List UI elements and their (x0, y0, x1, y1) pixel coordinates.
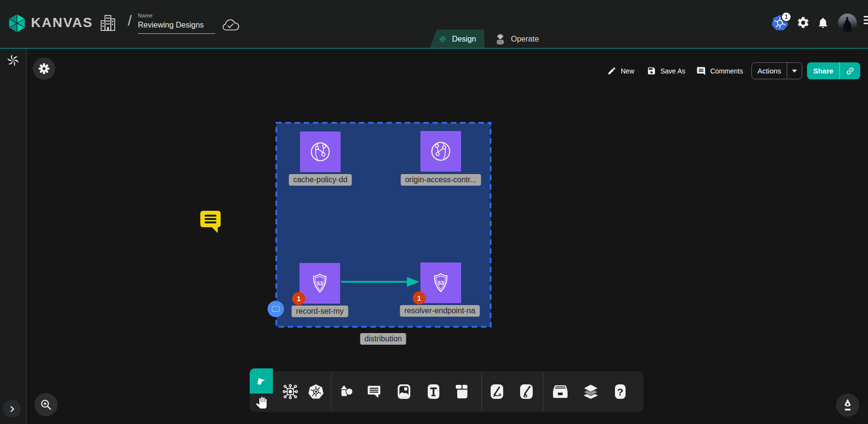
route53-shield-icon: 53 (429, 271, 452, 294)
tool-freehand-button[interactable] (519, 384, 534, 399)
chevron-right-icon (8, 405, 16, 413)
organization-icon[interactable] (100, 14, 116, 33)
pen-tool-icon (490, 384, 504, 399)
settings-gear-icon[interactable] (796, 16, 810, 29)
node-label-resolver-endpoint[interactable]: resolver-endpoint-na (400, 305, 480, 317)
node-label-cache-policy[interactable]: cache-policy-dd (289, 174, 352, 186)
dashed-rect-icon (272, 306, 280, 312)
left-sidebar (0, 49, 27, 424)
notifications-bell-icon[interactable] (817, 16, 829, 29)
menu-icon[interactable] (864, 16, 868, 26)
whiteboard-pen-button[interactable] (836, 394, 859, 417)
cloud-saved-icon (222, 18, 240, 33)
tool-help-button[interactable]: ? (614, 384, 627, 399)
freehand-pencil-icon (519, 384, 534, 399)
tool-design-components-button[interactable] (282, 383, 299, 400)
tool-pan-button[interactable] (250, 394, 273, 412)
dock-left-column (250, 368, 273, 412)
help-question-icon: ? (614, 384, 627, 399)
cloudfront-globe-icon (429, 140, 452, 163)
node-label-record-set[interactable]: record-set-my (292, 306, 348, 317)
design-name-input[interactable] (138, 19, 215, 34)
shapes-icon (338, 383, 355, 400)
node-label-origin-access[interactable]: origin-access-contr... (401, 174, 481, 186)
tab-design[interactable]: Design (430, 29, 485, 48)
save-as-button[interactable]: Save As (647, 62, 685, 79)
tool-kubernetes-button[interactable] (308, 383, 324, 400)
copy-link-button[interactable] (840, 66, 860, 76)
dock-separator (331, 373, 331, 410)
brand-wordmark: KANVAS (31, 15, 93, 30)
cloudfront-globe-icon (309, 140, 332, 163)
comments-icon (696, 66, 706, 76)
canvas-widgets-button[interactable] (33, 58, 55, 80)
dock-separator (543, 373, 543, 410)
design-name-label: Name (138, 13, 216, 18)
actions-dropdown[interactable]: Actions (751, 62, 802, 79)
group-selection-badge[interactable] (268, 301, 284, 317)
link-icon (845, 66, 855, 76)
node-resolver-endpoint[interactable]: 53 (420, 263, 461, 303)
layers-icon (582, 383, 599, 400)
kubernetes-count-badge: 1 (781, 12, 792, 22)
tool-shapes-button[interactable] (338, 383, 355, 400)
svg-text:53: 53 (317, 280, 323, 286)
group-label-distribution[interactable]: distribution (360, 333, 406, 345)
circuit-node-icon (282, 383, 299, 400)
kubernetes-context-button[interactable]: 1 (771, 14, 797, 33)
image-icon (397, 384, 411, 399)
tool-dock: ? (273, 371, 644, 412)
kubernetes-wheel-icon (308, 383, 324, 400)
note-icon (454, 384, 469, 399)
caret-down-icon (792, 70, 797, 73)
text-icon (427, 384, 440, 399)
breadcrumb-separator: / (128, 13, 132, 29)
design-spiral-icon (438, 34, 447, 44)
actions-caret-button[interactable] (787, 70, 802, 73)
tool-pen-button[interactable] (490, 384, 504, 399)
resolver-endpoint-count-badge: 1 (413, 292, 426, 305)
svg-text:?: ? (617, 386, 624, 397)
tab-operate[interactable]: Operate (486, 29, 548, 48)
new-button[interactable]: New (607, 62, 634, 79)
record-set-count-badge: 1 (292, 292, 305, 305)
tool-note-button[interactable] (454, 384, 469, 399)
new-label: New (621, 67, 634, 75)
expand-sidebar-button[interactable] (3, 400, 21, 418)
flower-icon (38, 62, 50, 75)
zoom-in-button[interactable] (34, 393, 58, 416)
pencil-icon (607, 66, 616, 75)
operator-icon (494, 33, 506, 45)
tool-text-button[interactable] (427, 384, 440, 399)
tool-layers-button[interactable] (582, 383, 599, 400)
magnifier-plus-icon (40, 398, 52, 411)
pen-nib-icon (841, 398, 854, 412)
tool-comment-button[interactable] (366, 384, 382, 399)
tab-operate-label: Operate (511, 35, 539, 44)
comments-label: Comments (710, 67, 743, 75)
actions-label: Actions (752, 67, 787, 75)
drawer-icon (552, 384, 569, 399)
save-as-label: Save As (660, 67, 685, 75)
tool-drawer-button[interactable] (552, 384, 569, 399)
tool-image-button[interactable] (397, 384, 411, 399)
share-label: Share (807, 67, 839, 75)
tool-select-button[interactable] (250, 368, 273, 394)
user-avatar[interactable] (838, 14, 857, 32)
cursor-arrow-icon (255, 375, 267, 387)
top-bar: KANVAS / Name (0, 0, 868, 48)
share-button[interactable]: Share (807, 62, 860, 79)
node-cache-policy[interactable] (300, 132, 341, 172)
kanvas-logo-icon[interactable] (7, 13, 27, 33)
edge-record-set-to-resolver[interactable] (340, 275, 420, 289)
comment-pin-icon[interactable] (200, 211, 221, 234)
tab-design-label: Design (452, 35, 476, 44)
meshery-spiral-icon[interactable] (6, 54, 20, 67)
save-icon (647, 66, 656, 75)
design-canvas[interactable]: New Save As Comments Actions Share (27, 49, 868, 424)
dock-separator (481, 373, 482, 410)
comments-button[interactable]: Comments (696, 62, 743, 79)
node-record-set[interactable]: 53 (299, 263, 340, 304)
hand-icon (255, 397, 267, 409)
node-origin-access-control[interactable] (420, 131, 461, 172)
